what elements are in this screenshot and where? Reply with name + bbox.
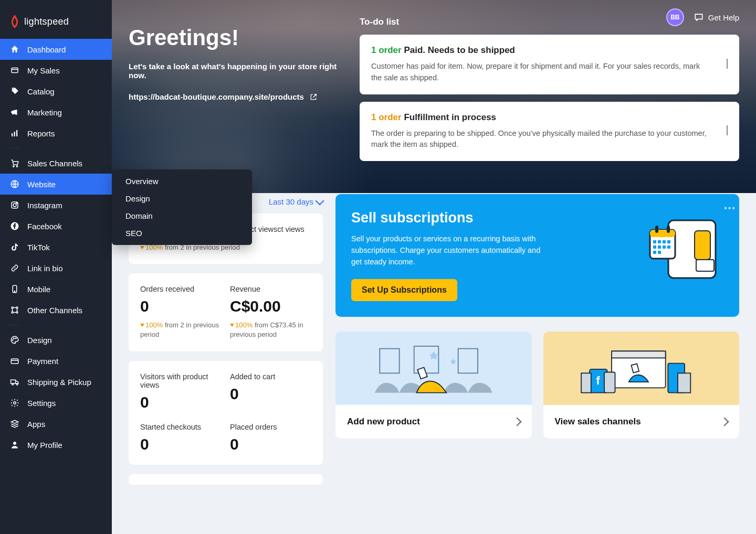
add-product-card[interactable]: Add new product bbox=[335, 332, 532, 439]
stat-delta: 100% from C$73.45 in previous period bbox=[230, 321, 311, 339]
sidebar-item-reports[interactable]: Reports bbox=[0, 123, 112, 144]
chevron-right-icon bbox=[720, 418, 729, 426]
store-url-link[interactable]: https://badcat-boutique.company.site/pro… bbox=[129, 92, 339, 101]
get-help-button[interactable]: Get Help bbox=[694, 12, 739, 23]
svg-rect-28 bbox=[696, 260, 714, 271]
sidebar-item-label: My Sales bbox=[27, 66, 60, 75]
hero-subtitle: Let's take a look at what's happening in… bbox=[129, 62, 339, 80]
megaphone-icon bbox=[9, 107, 20, 118]
facebook-icon bbox=[9, 221, 20, 231]
period-select[interactable]: Last 30 days bbox=[269, 197, 323, 206]
view-channels-card[interactable]: f View sales channels bbox=[543, 332, 740, 439]
hero-banner: BB Get Help Greetings! Let's take a look… bbox=[112, 0, 756, 193]
subscriptions-illustration bbox=[645, 210, 723, 289]
sidebar-item-label: Instagram bbox=[27, 201, 62, 210]
brand-logo[interactable]: lightspeed bbox=[0, 0, 112, 39]
todo-heading: 1 order Fulfillment in process bbox=[371, 112, 708, 123]
stat-label: Started checkouts bbox=[140, 423, 222, 431]
stat-value: 0 bbox=[140, 297, 222, 315]
hero-left: Greetings! Let's take a look at what's h… bbox=[129, 15, 339, 168]
chat-icon bbox=[694, 12, 704, 23]
todo-order-count: 1 order bbox=[371, 45, 402, 55]
arrow-down-icon bbox=[140, 324, 144, 327]
stat-card-extra bbox=[129, 474, 323, 485]
svg-rect-3 bbox=[16, 130, 17, 136]
setup-subscriptions-button[interactable]: Set Up Subscriptions bbox=[351, 279, 457, 301]
sidebar-item-marketing[interactable]: Marketing bbox=[0, 102, 112, 123]
svg-rect-52 bbox=[604, 372, 615, 393]
sidebar-item-design[interactable]: Design bbox=[0, 329, 112, 350]
home-icon bbox=[9, 44, 20, 55]
submenu-item-domain[interactable]: Domain bbox=[112, 207, 252, 225]
sidebar-item-apps[interactable]: Apps bbox=[0, 413, 112, 434]
stat-value: 0 bbox=[140, 435, 222, 453]
sidebar-item-website[interactable]: Website bbox=[0, 174, 112, 195]
svg-rect-0 bbox=[12, 68, 18, 73]
sidebar-item-link-in-bio[interactable]: Link in bio bbox=[0, 258, 112, 279]
sidebar-item-instagram[interactable]: Instagram bbox=[0, 195, 112, 216]
sidebar-item-my-sales[interactable]: My Sales bbox=[0, 60, 112, 81]
view-channels-illustration: f bbox=[543, 332, 740, 405]
stat-value: C$0.00 bbox=[230, 297, 311, 315]
sidebar-item-shipping[interactable]: Shipping & Pickup bbox=[0, 371, 112, 392]
sidebar-item-other-channels[interactable]: Other Channels bbox=[0, 300, 112, 321]
sidebar-item-sales-channels[interactable]: Sales Channels bbox=[0, 153, 112, 174]
sidebar-item-label: Dashboard bbox=[27, 45, 66, 54]
sidebar-item-label: Settings bbox=[27, 399, 56, 408]
submenu-item-design[interactable]: Design bbox=[112, 190, 252, 207]
submenu-item-overview[interactable]: Overview bbox=[112, 173, 252, 190]
flame-icon bbox=[9, 15, 20, 28]
sidebar-item-dashboard[interactable]: Dashboard bbox=[0, 39, 112, 60]
todo-order-count: 1 order bbox=[371, 112, 402, 122]
sidebar-item-label: Facebook bbox=[27, 222, 62, 231]
svg-rect-48 bbox=[612, 351, 666, 358]
sidebar-item-label: Link in bio bbox=[27, 264, 63, 273]
sidebar-item-mobile[interactable]: Mobile bbox=[0, 279, 112, 300]
stat-value: 0 bbox=[230, 385, 311, 403]
sidebar-item-tiktok[interactable]: TikTok bbox=[0, 237, 112, 258]
svg-point-25 bbox=[13, 442, 16, 445]
svg-rect-55 bbox=[581, 373, 591, 393]
palette-icon bbox=[9, 335, 20, 345]
svg-rect-1 bbox=[12, 133, 13, 136]
stat-label: Visitors with product views bbox=[140, 372, 222, 389]
card-menu-button[interactable]: ••• bbox=[724, 204, 736, 213]
svg-rect-43 bbox=[380, 349, 399, 373]
brand-name: lightspeed bbox=[24, 16, 69, 27]
svg-rect-31 bbox=[653, 240, 656, 243]
svg-rect-21 bbox=[11, 380, 16, 383]
sidebar-item-settings[interactable]: Settings bbox=[0, 392, 112, 413]
truck-icon bbox=[9, 377, 20, 387]
submenu-item-seo[interactable]: SEO bbox=[112, 225, 252, 242]
svg-point-24 bbox=[14, 402, 16, 404]
svg-point-17 bbox=[13, 339, 14, 340]
svg-point-13 bbox=[12, 307, 13, 308]
todo-card[interactable]: 1 order Fulfillment in process The order… bbox=[360, 102, 739, 162]
avatar[interactable]: BB bbox=[666, 8, 684, 26]
mobile-icon bbox=[9, 284, 20, 294]
tiktok-icon bbox=[9, 242, 20, 252]
sidebar-item-label: Website bbox=[27, 180, 56, 189]
svg-rect-20 bbox=[11, 359, 18, 364]
right-column: ••• Sell subscriptions Sell your product… bbox=[335, 190, 739, 494]
sidebar-item-payment[interactable]: Payment bbox=[0, 350, 112, 371]
sidebar-item-my-profile[interactable]: My Profile bbox=[0, 434, 112, 455]
stat-label: Added to cart bbox=[230, 372, 311, 381]
svg-point-5 bbox=[16, 166, 17, 167]
sidebar-item-facebook[interactable]: Facebook bbox=[0, 216, 112, 237]
qa-label: View sales channels bbox=[555, 416, 641, 427]
svg-point-23 bbox=[16, 383, 18, 385]
subscriptions-desc: Sell your products or services on a recu… bbox=[351, 233, 551, 268]
sidebar-item-catalog[interactable]: Catalog bbox=[0, 81, 112, 102]
top-bar: BB Get Help bbox=[666, 8, 739, 26]
main-content: BB Get Help Greetings! Let's take a look… bbox=[112, 0, 756, 534]
stat-cell: Orders received 0 100% from 2 in previou… bbox=[140, 285, 222, 339]
todo-card[interactable]: 1 order Paid. Needs to be shipped Custom… bbox=[360, 35, 739, 94]
svg-point-8 bbox=[13, 204, 16, 207]
todo-status: Paid. Needs to be shipped bbox=[404, 45, 515, 55]
stat-cell: Visitors with product views 0 bbox=[140, 372, 222, 411]
channels-icon bbox=[9, 305, 20, 315]
svg-rect-35 bbox=[653, 245, 656, 249]
svg-text:f: f bbox=[596, 374, 600, 387]
stat-value: 0 bbox=[140, 393, 222, 411]
